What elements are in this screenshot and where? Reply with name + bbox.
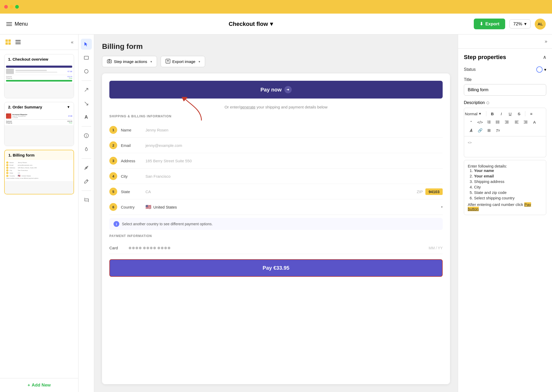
link-button[interactable]: 🔗	[476, 127, 484, 134]
grid-view-button[interactable]	[5, 39, 12, 45]
status-circle	[536, 66, 543, 73]
text-tool[interactable]: A	[81, 112, 92, 123]
generate-link[interactable]: generate	[240, 105, 255, 109]
toolbar-sep-2	[525, 111, 525, 116]
city-field: 4 City San Francisco	[109, 169, 443, 184]
step-card-3[interactable]: 1. Billing form 1NameJenny Rosen 2Emailj…	[4, 150, 74, 194]
field-value-city[interactable]: San Francisco	[145, 174, 443, 178]
step-properties: Step properties ∧ Status ▾ Title Descrip…	[458, 49, 552, 392]
outdent-button[interactable]	[513, 118, 521, 126]
svg-point-31	[496, 123, 497, 124]
rectangle-tool[interactable]	[81, 52, 92, 63]
indent-button[interactable]	[503, 118, 511, 126]
droplet-tool[interactable]	[81, 144, 92, 155]
external-link-icon[interactable]: ⬡	[486, 101, 489, 105]
add-new-button[interactable]: + Add New	[27, 383, 51, 388]
code-button[interactable]: </>	[476, 118, 484, 126]
field-num-2: 2	[109, 141, 117, 149]
export-button[interactable]: ⬇ Export	[474, 19, 505, 29]
zoom-value: 72%	[513, 21, 522, 27]
step-image-actions-label: Step image actions	[114, 59, 147, 64]
shipping-section-title: SHIPPING & BILLING INFORMATION	[109, 114, 443, 118]
payment-section: PAYMENT INFORMATION Card MM / YY	[109, 234, 443, 254]
select-tool[interactable]	[81, 39, 92, 50]
title-input[interactable]	[464, 84, 546, 96]
desc-after-text: After entering card number click Pay but…	[468, 202, 542, 211]
description-text: Description	[464, 100, 485, 105]
svg-line-9	[85, 88, 88, 91]
diagonal-tool[interactable]	[81, 98, 92, 109]
export-image-button[interactable]: Export image ▾	[161, 56, 205, 67]
country-field: 6 Country 🇺🇸 United States ▾	[109, 199, 443, 215]
main-area: « 1. Checkout overview	[0, 34, 552, 392]
chevron-down-icon: ▾	[150, 60, 152, 64]
table-button[interactable]: ⊞	[485, 127, 493, 134]
avatar-initials: AL	[538, 22, 543, 26]
pen-tool[interactable]	[81, 162, 92, 173]
format-dropdown[interactable]: ▾	[476, 110, 484, 117]
avatar[interactable]: AL	[535, 19, 546, 30]
step-card-1[interactable]: 1. Checkout overview €7.88	[4, 54, 74, 98]
italic-button[interactable]: I	[497, 110, 505, 117]
close-button[interactable]	[4, 5, 8, 9]
bold-button[interactable]: B	[488, 110, 496, 117]
info-note-text: Select another country to see different …	[122, 222, 213, 226]
clear-format-button[interactable]: Tx	[494, 127, 502, 134]
arrow-tool[interactable]	[81, 84, 92, 95]
pay-now-button[interactable]: Pay now	[109, 81, 443, 99]
project-title[interactable]: Checkout flow ▾	[229, 21, 273, 27]
right-panel: » Step properties ∧ Status ▾ Title	[458, 34, 552, 392]
sidebar-steps: 1. Checkout overview €7.88	[0, 50, 78, 378]
field-value-address[interactable]: 185 Berry Street Suite 550	[145, 159, 443, 163]
pay-now-label: Pay now	[260, 87, 281, 93]
field-value-state[interactable]: CA	[145, 189, 413, 194]
expand-icon[interactable]: »	[545, 39, 547, 44]
maximize-button[interactable]	[15, 5, 19, 9]
svg-rect-3	[8, 42, 11, 45]
menu-button[interactable]: Menu	[6, 21, 28, 27]
status-dropdown[interactable]: ▾	[536, 66, 546, 73]
align-left-button[interactable]: ≡	[527, 110, 535, 117]
step-image-actions-button[interactable]: Step image actions ▾	[102, 56, 157, 67]
pencil-tool[interactable]	[81, 176, 92, 187]
align-right-button[interactable]	[522, 118, 530, 126]
list-item-1: Your name	[474, 168, 542, 173]
desc-after-label: After entering card number click	[468, 202, 524, 207]
field-label-name: Name	[121, 128, 142, 132]
field-value-email[interactable]: jenny@example.com	[145, 143, 443, 148]
ellipse-tool[interactable]	[81, 66, 92, 77]
tool-divider-2	[82, 126, 91, 126]
export-image-label: Export image	[172, 59, 195, 64]
sidebar-header: «	[0, 34, 78, 50]
traffic-lights	[4, 5, 19, 9]
numbered-tool[interactable]: 1	[81, 130, 92, 141]
field-zip-value[interactable]: 94103	[425, 188, 443, 195]
font-color-button[interactable]: A	[531, 118, 538, 126]
svg-rect-6	[15, 43, 21, 44]
field-num-6: 6	[109, 203, 117, 211]
pay-main-button[interactable]: Pay €33.95	[109, 259, 443, 277]
chevron-down-icon: ▾	[199, 60, 200, 64]
collapse-arrow-icon[interactable]: ∧	[543, 54, 546, 60]
underline-button[interactable]: U	[506, 110, 514, 117]
project-title-text: Checkout flow	[229, 21, 268, 27]
card-number-dots[interactable]	[129, 247, 425, 249]
svg-text:1: 1	[86, 134, 87, 137]
unordered-list-button[interactable]	[494, 118, 502, 126]
minimize-button[interactable]	[10, 5, 13, 9]
app-container: Menu Checkout flow ▾ ⬇ Export 72% ▾ AL	[0, 0, 552, 392]
blockquote-button[interactable]: "	[467, 118, 475, 126]
step-card-2[interactable]: 2. Order Summary ▼ Increment Magazine Is…	[4, 102, 74, 146]
strikethrough-button[interactable]: S	[515, 110, 523, 117]
add-new-label: Add New	[32, 383, 51, 388]
country-selector[interactable]: 🇺🇸 United States ▾	[145, 204, 443, 210]
field-value-name[interactable]: Jenny Rosen	[145, 128, 443, 132]
format-normal[interactable]: Normal	[467, 110, 475, 117]
desc-intro: Enter following details:	[468, 164, 542, 168]
list-view-button[interactable]	[15, 39, 21, 45]
ordered-list-button[interactable]: 123	[485, 118, 493, 126]
crop-tool[interactable]	[81, 194, 92, 205]
sidebar-collapse-button[interactable]: «	[71, 39, 74, 45]
zoom-control[interactable]: 72% ▾	[509, 19, 531, 28]
highlight-button[interactable]: Ā	[467, 127, 475, 134]
